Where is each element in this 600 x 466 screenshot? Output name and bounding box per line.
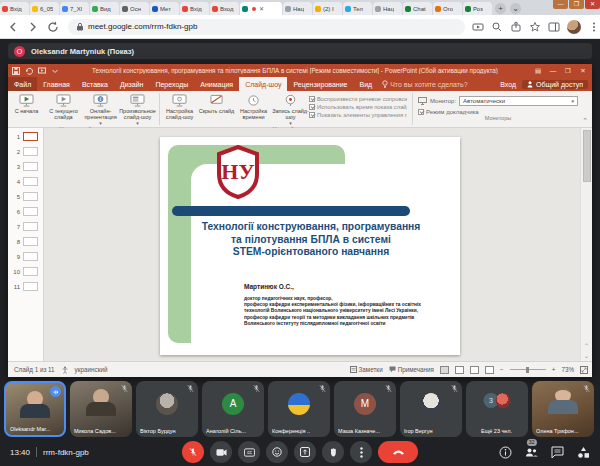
more-participants-tile[interactable]: 3 Ещё 23 чел. <box>466 381 528 437</box>
ribbon-tab-slideshow[interactable]: Слайд-шоу <box>239 77 287 91</box>
mic-mute-button[interactable] <box>182 441 204 463</box>
ribbon-tab-view[interactable]: Вид <box>354 77 379 91</box>
captions-button[interactable]: cc <box>238 441 260 463</box>
zoom-level[interactable]: 73% <box>561 366 574 373</box>
hide-slide-button[interactable]: Скрыть слайд <box>198 93 235 114</box>
end-call-button[interactable] <box>378 441 418 463</box>
slideshow-view-button[interactable] <box>485 366 494 374</box>
participant-tile[interactable]: Микола Садов... <box>70 381 132 437</box>
ppt-restore-button[interactable]: ❐ <box>561 65 575 76</box>
present-screen-button[interactable] <box>294 441 316 463</box>
monitor-select[interactable]: Автоматически▾ <box>459 96 578 106</box>
activities-icon[interactable] <box>577 446 590 459</box>
online-presentation-button[interactable]: Онлайн-презентация▾ <box>82 93 119 126</box>
browser-tab[interactable]: Нац <box>283 2 312 15</box>
qat-customize-icon[interactable] <box>51 67 59 75</box>
address-bar[interactable]: meet.google.com/rrm-fdkn-gpb <box>68 19 465 35</box>
ribbon-tab-animations[interactable]: Анимация <box>194 77 239 91</box>
browser-tab-active-meet[interactable]: ✕ <box>240 2 282 15</box>
slide-thumbnail[interactable]: 2 <box>8 147 43 156</box>
back-icon[interactable] <box>6 20 20 34</box>
reading-view-button[interactable] <box>470 366 479 374</box>
maximize-button[interactable]: ❐ <box>569 0 584 9</box>
meeting-details-icon[interactable] <box>499 446 512 459</box>
slide-thumbnail[interactable]: 3 <box>8 162 43 171</box>
browser-tab[interactable]: Ого <box>433 2 462 15</box>
share-button[interactable]: Общий доступ <box>522 80 588 89</box>
camera-button[interactable] <box>210 441 232 463</box>
slide-thumbnail[interactable]: 11 <box>8 282 43 291</box>
undo-icon[interactable] <box>25 67 33 75</box>
notes-toggle[interactable]: Заметки <box>350 366 383 373</box>
save-icon[interactable] <box>12 67 20 75</box>
custom-slideshow-button[interactable]: Произвольное слайд-шоу▾ <box>119 93 156 126</box>
slide-sorter-view-button[interactable] <box>455 366 464 374</box>
browser-tab[interactable]: Вхід <box>180 2 209 15</box>
slide-thumbnail[interactable]: 7 <box>8 222 43 231</box>
zoom-out-button[interactable]: − <box>500 366 504 373</box>
accessibility-icon[interactable] <box>61 366 69 374</box>
chrome-menu-icon[interactable] <box>588 21 600 33</box>
ppt-minimize-button[interactable]: — <box>546 65 560 76</box>
ribbon-tab-review[interactable]: Рецензирование <box>287 77 353 91</box>
tab-search-chevron-icon[interactable]: ⌄ <box>510 3 521 14</box>
new-tab-button[interactable]: + <box>495 3 506 14</box>
profile-avatar[interactable] <box>567 20 581 34</box>
raise-hand-button[interactable] <box>322 441 344 463</box>
normal-view-button[interactable] <box>440 366 449 374</box>
fit-slide-icon[interactable] <box>580 366 588 374</box>
browser-tab[interactable]: Chat <box>403 2 432 15</box>
ribbon-tab-insert[interactable]: Вставка <box>76 77 114 91</box>
slide-thumbnail[interactable]: 9 <box>8 252 43 261</box>
participant-tile[interactable]: A Конференція .. Анатолій Сіль... <box>202 381 264 437</box>
zoom-icon[interactable] <box>491 21 503 33</box>
reactions-button[interactable] <box>266 441 288 463</box>
previous-slide-icon[interactable]: ⌃ <box>584 342 589 349</box>
browser-tab[interactable]: Вход <box>210 2 239 15</box>
minimize-button[interactable]: — <box>553 0 568 9</box>
participants-icon[interactable]: 32 <box>525 446 538 459</box>
chat-icon[interactable] <box>551 446 564 459</box>
close-button[interactable]: ✕ <box>585 0 600 9</box>
browser-tab[interactable]: 6_05 <box>30 2 59 15</box>
tell-me-box[interactable]: Что вы хотите сделать? <box>382 77 467 91</box>
ribbon-tab-transitions[interactable]: Переходы <box>149 77 194 91</box>
share-icon[interactable] <box>510 21 522 33</box>
collapse-ribbon-icon[interactable]: ⌃ <box>582 117 588 125</box>
zoom-slider[interactable] <box>510 369 546 370</box>
more-options-button[interactable] <box>350 441 372 463</box>
sign-in-link[interactable]: Вход <box>500 81 516 88</box>
bookmark-star-icon[interactable] <box>529 21 541 33</box>
ppt-close-button[interactable]: ✕ <box>576 65 590 76</box>
vertical-scrollbar[interactable]: ⌃ ⌄ <box>580 128 592 361</box>
participant-tile[interactable]: Oleksandr Mar... <box>4 381 66 437</box>
language-indicator[interactable]: украинский <box>75 366 108 373</box>
from-beginning-button[interactable]: С начала <box>8 93 45 114</box>
browser-tab[interactable]: (2) І <box>313 2 342 15</box>
zoom-slider-thumb[interactable] <box>526 367 529 373</box>
from-current-slide-button[interactable]: С текущего слайда <box>45 93 82 120</box>
scrollbar-thumb[interactable] <box>583 130 591 182</box>
rehearse-timings-button[interactable]: Настройка времени <box>235 93 272 120</box>
browser-tab[interactable]: Роз <box>463 2 492 15</box>
next-slide-icon[interactable]: ⌄ <box>584 352 589 359</box>
browser-tab[interactable]: Нац <box>373 2 402 15</box>
zoom-in-button[interactable]: + <box>552 366 556 373</box>
ribbon-tab-design[interactable]: Дизайн <box>114 77 150 91</box>
reload-icon[interactable] <box>46 20 60 34</box>
browser-tab[interactable]: Мет <box>150 2 179 15</box>
slide-thumbnail[interactable]: 8 <box>8 237 43 246</box>
media-control-icon[interactable] <box>472 21 484 33</box>
participant-tile[interactable]: Віктор Бурдун <box>136 381 198 437</box>
browser-tab[interactable]: 7_ХІ <box>60 2 89 15</box>
side-panel-icon[interactable] <box>548 21 560 33</box>
ribbon-tab-home[interactable]: Главная <box>37 77 76 91</box>
slideshow-qat-icon[interactable] <box>38 67 46 75</box>
browser-tab[interactable]: Тел <box>343 2 372 15</box>
browser-tab[interactable]: Осн <box>120 2 149 15</box>
participant-tile[interactable]: M Маша Казначе... <box>334 381 396 437</box>
ribbon-tab-file[interactable]: Файл <box>8 77 37 91</box>
participant-tile[interactable]: Ігор Вергун <box>400 381 462 437</box>
participant-tile[interactable]: Олена Трифон... <box>532 381 594 437</box>
browser-tab[interactable]: Вид <box>90 2 119 15</box>
